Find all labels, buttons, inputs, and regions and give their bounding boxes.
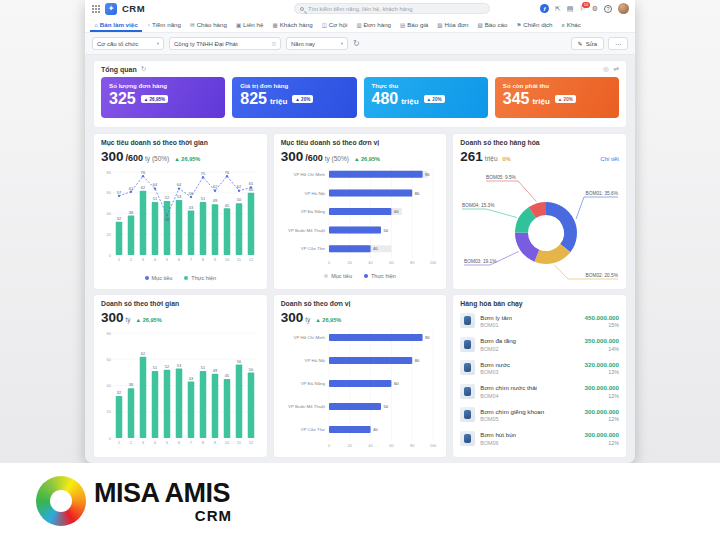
nav-item-report[interactable]: ▨Báo cáo: [473, 17, 512, 32]
kpi-value: 480: [372, 91, 399, 107]
period-select[interactable]: Năm nay ▾: [286, 37, 348, 50]
svg-text:12: 12: [249, 440, 254, 445]
best-seller-row[interactable]: Bơm ly tâmBOM01450.000.00015%: [460, 309, 619, 333]
nav-item-customer[interactable]: ▦Khách hàng: [268, 17, 317, 32]
user-avatar[interactable]: [618, 3, 629, 14]
notifications-bell-icon[interactable]: ⚐10: [579, 5, 585, 12]
more-options-button[interactable]: ⋯: [608, 37, 628, 50]
svg-text:7: 7: [190, 440, 193, 445]
nav-item-label: Chào hàng: [197, 21, 227, 28]
assistant-icon[interactable]: f: [540, 4, 549, 13]
nav-item-label: Đơn hàng: [364, 21, 391, 28]
global-search[interactable]: [294, 3, 490, 14]
nav-item-label: Liên hệ: [243, 21, 263, 28]
svg-text:VP Đà Nẵng: VP Đà Nẵng: [300, 209, 325, 214]
chart-legend: Mục tiêu Thực hiện: [281, 273, 440, 279]
app-header: ✦ CRM f ⇱ ▤ ⚐10 ⚙ ?: [85, 0, 635, 17]
svg-text:VP Đà Nẵng: VP Đà Nẵng: [300, 381, 325, 386]
svg-text:5: 5: [166, 440, 169, 445]
nav-item-opportunity[interactable]: ◫Cơ hội: [317, 17, 352, 32]
svg-text:80: 80: [410, 443, 415, 448]
kpi-card[interactable]: Số còn phải thu345triệu▲ 20%: [495, 77, 619, 118]
nav-item-order[interactable]: ▥Đơn hàng: [352, 17, 396, 32]
kpi-card[interactable]: Thực thu480triệu▲ 20%: [364, 77, 488, 118]
svg-text:56: 56: [237, 359, 241, 364]
kpi-label: Số còn phải thu: [503, 82, 611, 89]
refresh-icon[interactable]: ↻: [141, 65, 146, 73]
help-icon[interactable]: ?: [604, 5, 612, 13]
svg-text:0: 0: [109, 436, 112, 441]
product-code: BOM06: [480, 440, 579, 446]
product-name: Bơm chìm nước thải: [480, 384, 579, 391]
product-thumbnail: [460, 313, 475, 328]
search-input[interactable]: [308, 6, 484, 12]
share-icon[interactable]: ⇱: [555, 5, 561, 12]
svg-text:VP Buôn Mê Thuột: VP Buôn Mê Thuột: [288, 404, 326, 409]
nav-item-contact[interactable]: ▣Liên hệ: [231, 17, 268, 32]
target-by-unit-chart: 020406080100VP Hồ Chí Minh90VP Hà Nội80V…: [281, 165, 440, 273]
product-code: BOM01: [480, 322, 579, 328]
best-seller-row[interactable]: Bơm chìm nước thảiBOM04300.000.00012%: [460, 380, 619, 404]
org-structure-select[interactable]: Cơ cấu tổ chức ▾: [92, 37, 164, 50]
calendar-icon[interactable]: ▤: [567, 5, 574, 12]
panel-settings-icon[interactable]: ◎: [603, 65, 609, 73]
headline-unit: tỷ: [305, 316, 310, 323]
best-seller-row[interactable]: Bơm nướcBOM03320.000.00013%: [460, 356, 619, 380]
best-sellers-panel: Hàng hóa bán chạy Bơm ly tâmBOM01450.000…: [452, 294, 627, 458]
nav-item-workspace[interactable]: ⌂Bàn làm việc: [90, 17, 142, 32]
svg-text:20: 20: [347, 443, 352, 448]
panel-title: Doanh số theo đơn vị: [281, 300, 440, 307]
svg-text:VP Hồ Chí Minh: VP Hồ Chí Minh: [293, 172, 325, 177]
nav-item-invoice[interactable]: ▧Hóa đơn: [433, 17, 473, 32]
headline-delta: 0%: [503, 156, 511, 162]
company-field[interactable]: ◫: [169, 37, 281, 50]
app-launcher-icon[interactable]: [92, 5, 100, 13]
product-code: BOM04: [480, 393, 579, 399]
edit-button[interactable]: ✎ Sửa: [571, 37, 604, 50]
svg-text:50: 50: [237, 197, 242, 202]
svg-text:51: 51: [153, 365, 157, 370]
amis-logo-icon[interactable]: ✦: [105, 3, 117, 15]
detail-link[interactable]: Chi tiết: [600, 156, 619, 162]
kpi-delta-badge: ▲ 26,95%: [141, 95, 168, 103]
svg-text:61: 61: [129, 186, 133, 191]
best-seller-row[interactable]: Bơm hút bùnBOM06300.000.00012%: [460, 427, 619, 451]
svg-text:38: 38: [165, 217, 169, 222]
customize-icon[interactable]: ⇄: [614, 65, 619, 73]
nav-item-more[interactable]: ≡Khác: [557, 17, 585, 32]
company-input[interactable]: [174, 41, 269, 47]
kpi-delta-badge: ▲ 20%: [555, 95, 576, 103]
best-sellers-list: Bơm ly tâmBOM01450.000.00015%Bơm đa tầng…: [460, 309, 619, 450]
svg-text:38: 38: [129, 210, 133, 215]
nav-item-label: Hóa đơn: [444, 21, 468, 28]
settings-gear-icon[interactable]: ⚙: [592, 5, 598, 12]
refresh-icon[interactable]: ↻: [353, 39, 360, 48]
svg-text:60: 60: [107, 190, 112, 195]
kpi-card[interactable]: Số lượng đơn hàng325▲ 26,95%: [101, 77, 225, 118]
svg-text:4: 4: [154, 257, 157, 262]
headline-target: /600: [305, 153, 323, 163]
panel-title: Doanh số theo hàng hóa: [460, 139, 619, 146]
svg-text:40: 40: [368, 260, 373, 265]
nav-item-quote[interactable]: ▤Báo giá: [396, 17, 433, 32]
nav-item-offer[interactable]: ✉Chào hàng: [186, 17, 232, 32]
best-seller-row[interactable]: Bơm đa tầngBOM02350.000.00014%: [460, 333, 619, 357]
product-amount: 300.000.000: [585, 408, 619, 415]
filter-bar: Cơ cấu tổ chức ▾ ◫ Năm nay ▾ ↻ ✎ Sửa ⋯: [85, 33, 635, 55]
best-seller-row[interactable]: Bơm chìm giếng khoanBOM05300.000.00012%: [460, 403, 619, 427]
headline-delta: ▲ 26,95%: [354, 156, 380, 162]
ellipsis-icon: ⋯: [615, 40, 621, 47]
nav-item-campaign[interactable]: ⚑Chiến dịch: [512, 17, 557, 32]
product-amount: 300.000.000: [585, 431, 619, 438]
opportunity-icon: ◫: [322, 22, 327, 28]
svg-text:62: 62: [213, 184, 217, 189]
nav-item-lead[interactable]: ◔Tiềm năng: [142, 17, 185, 32]
svg-text:80: 80: [414, 358, 419, 363]
product-percent: 12%: [585, 416, 619, 422]
legend-label: Mục tiêu: [152, 275, 173, 281]
kpi-label: Thực thu: [372, 82, 480, 89]
nav-item-label: Báo giá: [407, 21, 428, 28]
kpi-card[interactable]: Giá trị đơn hàng825triệu▲ 20%: [232, 77, 356, 118]
chevron-down-icon: ▾: [157, 41, 159, 46]
sales-by-unit-chart: 020406080100VP Hồ Chí Minh90VP Hà Nội80V…: [281, 326, 440, 456]
